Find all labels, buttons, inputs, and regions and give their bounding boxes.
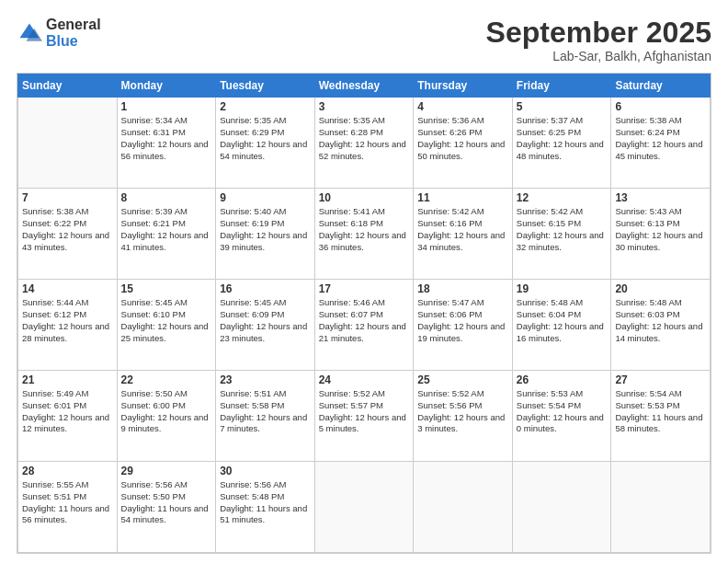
day-info: Sunrise: 5:38 AMSunset: 6:22 PMDaylight:… — [22, 206, 113, 253]
calendar-cell: 22Sunrise: 5:50 AMSunset: 6:00 PMDayligh… — [117, 371, 216, 462]
day-number: 10 — [319, 191, 410, 204]
day-number: 23 — [220, 373, 311, 386]
day-number: 20 — [615, 282, 706, 295]
day-info: Sunrise: 5:44 AMSunset: 6:12 PMDaylight:… — [22, 297, 113, 344]
day-info: Sunrise: 5:56 AMSunset: 5:50 PMDaylight:… — [121, 479, 212, 526]
month-title: September 2025 — [486, 17, 711, 49]
calendar-cell: 12Sunrise: 5:42 AMSunset: 6:15 PMDayligh… — [512, 189, 611, 280]
weekday-header-monday: Monday — [117, 75, 216, 98]
day-info: Sunrise: 5:55 AMSunset: 5:51 PMDaylight:… — [22, 479, 113, 526]
day-info: Sunrise: 5:35 AMSunset: 6:29 PMDaylight:… — [220, 115, 311, 162]
day-number: 7 — [22, 191, 113, 204]
week-row-4: 28Sunrise: 5:55 AMSunset: 5:51 PMDayligh… — [18, 462, 711, 553]
header: General Blue September 2025 Lab-Sar, Bal… — [17, 17, 711, 63]
day-number: 28 — [22, 465, 113, 477]
calendar-cell — [18, 98, 118, 189]
calendar-cell: 9Sunrise: 5:40 AMSunset: 6:19 PMDaylight… — [216, 189, 315, 280]
day-number: 13 — [615, 191, 706, 204]
calendar-cell: 17Sunrise: 5:46 AMSunset: 6:07 PMDayligh… — [314, 280, 414, 371]
day-number: 5 — [517, 100, 608, 113]
day-info: Sunrise: 5:35 AMSunset: 6:28 PMDaylight:… — [319, 115, 410, 162]
weekday-header-sunday: Sunday — [18, 75, 118, 98]
calendar-cell: 25Sunrise: 5:52 AMSunset: 5:56 PMDayligh… — [414, 371, 513, 462]
location: Lab-Sar, Balkh, Afghanistan — [486, 49, 711, 63]
calendar-cell: 10Sunrise: 5:41 AMSunset: 6:18 PMDayligh… — [314, 189, 414, 280]
day-number: 12 — [517, 191, 608, 204]
day-info: Sunrise: 5:54 AMSunset: 5:53 PMDaylight:… — [615, 388, 706, 435]
logo-blue: Blue — [46, 33, 101, 50]
calendar-cell: 28Sunrise: 5:55 AMSunset: 5:51 PMDayligh… — [18, 462, 118, 553]
day-info: Sunrise: 5:45 AMSunset: 6:10 PMDaylight:… — [121, 297, 212, 344]
calendar-cell: 30Sunrise: 5:56 AMSunset: 5:48 PMDayligh… — [216, 462, 315, 553]
day-info: Sunrise: 5:39 AMSunset: 6:21 PMDaylight:… — [121, 206, 212, 253]
calendar-cell — [314, 462, 414, 553]
calendar-cell: 18Sunrise: 5:47 AMSunset: 6:06 PMDayligh… — [414, 280, 513, 371]
week-row-3: 21Sunrise: 5:49 AMSunset: 6:01 PMDayligh… — [18, 371, 711, 462]
day-number: 14 — [22, 282, 113, 295]
calendar-cell: 20Sunrise: 5:48 AMSunset: 6:03 PMDayligh… — [611, 280, 711, 371]
calendar-cell — [611, 462, 711, 553]
calendar-cell: 8Sunrise: 5:39 AMSunset: 6:21 PMDaylight… — [117, 189, 216, 280]
calendar-cell: 5Sunrise: 5:37 AMSunset: 6:25 PMDaylight… — [512, 98, 611, 189]
day-info: Sunrise: 5:47 AMSunset: 6:06 PMDaylight:… — [417, 297, 508, 344]
day-number: 9 — [220, 191, 311, 204]
day-number: 27 — [615, 373, 706, 386]
calendar-cell: 6Sunrise: 5:38 AMSunset: 6:24 PMDaylight… — [611, 98, 711, 189]
day-number: 18 — [417, 282, 508, 295]
day-number: 25 — [417, 373, 508, 386]
day-info: Sunrise: 5:37 AMSunset: 6:25 PMDaylight:… — [517, 115, 608, 162]
day-number: 19 — [517, 282, 608, 295]
calendar-cell: 15Sunrise: 5:45 AMSunset: 6:10 PMDayligh… — [117, 280, 216, 371]
calendar-cell: 4Sunrise: 5:36 AMSunset: 6:26 PMDaylight… — [414, 98, 513, 189]
weekday-row: SundayMondayTuesdayWednesdayThursdayFrid… — [18, 75, 711, 98]
day-number: 17 — [319, 282, 410, 295]
day-info: Sunrise: 5:42 AMSunset: 6:15 PMDaylight:… — [517, 206, 608, 253]
calendar-cell — [512, 462, 611, 553]
calendar-cell: 2Sunrise: 5:35 AMSunset: 6:29 PMDaylight… — [216, 98, 315, 189]
calendar-body: 1Sunrise: 5:34 AMSunset: 6:31 PMDaylight… — [18, 98, 711, 553]
day-number: 30 — [220, 465, 311, 477]
day-info: Sunrise: 5:38 AMSunset: 6:24 PMDaylight:… — [615, 115, 706, 162]
day-number: 16 — [220, 282, 311, 295]
day-number: 21 — [22, 373, 113, 386]
day-info: Sunrise: 5:52 AMSunset: 5:57 PMDaylight:… — [319, 388, 410, 435]
page: General Blue September 2025 Lab-Sar, Bal… — [0, 0, 728, 563]
day-info: Sunrise: 5:43 AMSunset: 6:13 PMDaylight:… — [615, 206, 706, 253]
weekday-header-thursday: Thursday — [414, 75, 513, 98]
day-info: Sunrise: 5:49 AMSunset: 6:01 PMDaylight:… — [22, 388, 113, 435]
day-number: 26 — [517, 373, 608, 386]
logo: General Blue — [17, 17, 101, 49]
day-info: Sunrise: 5:48 AMSunset: 6:03 PMDaylight:… — [615, 297, 706, 344]
calendar-cell: 27Sunrise: 5:54 AMSunset: 5:53 PMDayligh… — [611, 371, 711, 462]
week-row-0: 1Sunrise: 5:34 AMSunset: 6:31 PMDaylight… — [18, 98, 711, 189]
day-number: 24 — [319, 373, 410, 386]
day-number: 2 — [220, 100, 311, 113]
day-info: Sunrise: 5:52 AMSunset: 5:56 PMDaylight:… — [417, 388, 508, 435]
calendar-cell: 24Sunrise: 5:52 AMSunset: 5:57 PMDayligh… — [314, 371, 414, 462]
calendar-cell: 7Sunrise: 5:38 AMSunset: 6:22 PMDaylight… — [18, 189, 118, 280]
day-info: Sunrise: 5:42 AMSunset: 6:16 PMDaylight:… — [417, 206, 508, 253]
logo-general: General — [46, 17, 101, 33]
day-info: Sunrise: 5:56 AMSunset: 5:48 PMDaylight:… — [220, 479, 311, 526]
calendar-cell: 3Sunrise: 5:35 AMSunset: 6:28 PMDaylight… — [314, 98, 414, 189]
day-number: 8 — [121, 191, 212, 204]
calendar-cell: 16Sunrise: 5:45 AMSunset: 6:09 PMDayligh… — [216, 280, 315, 371]
calendar-cell: 21Sunrise: 5:49 AMSunset: 6:01 PMDayligh… — [18, 371, 118, 462]
calendar-cell: 19Sunrise: 5:48 AMSunset: 6:04 PMDayligh… — [512, 280, 611, 371]
calendar-cell: 26Sunrise: 5:53 AMSunset: 5:54 PMDayligh… — [512, 371, 611, 462]
day-number: 15 — [121, 282, 212, 295]
day-number: 11 — [417, 191, 508, 204]
day-info: Sunrise: 5:48 AMSunset: 6:04 PMDaylight:… — [517, 297, 608, 344]
weekday-header-wednesday: Wednesday — [314, 75, 414, 98]
day-info: Sunrise: 5:34 AMSunset: 6:31 PMDaylight:… — [121, 115, 212, 162]
logo-text: General Blue — [46, 17, 101, 49]
calendar-header: SundayMondayTuesdayWednesdayThursdayFrid… — [18, 75, 711, 98]
day-number: 29 — [121, 465, 212, 477]
week-row-1: 7Sunrise: 5:38 AMSunset: 6:22 PMDaylight… — [18, 189, 711, 280]
day-info: Sunrise: 5:40 AMSunset: 6:19 PMDaylight:… — [220, 206, 311, 253]
day-info: Sunrise: 5:46 AMSunset: 6:07 PMDaylight:… — [319, 297, 410, 344]
weekday-header-tuesday: Tuesday — [216, 75, 315, 98]
day-info: Sunrise: 5:45 AMSunset: 6:09 PMDaylight:… — [220, 297, 311, 344]
calendar-cell: 29Sunrise: 5:56 AMSunset: 5:50 PMDayligh… — [117, 462, 216, 553]
day-number: 3 — [319, 100, 410, 113]
